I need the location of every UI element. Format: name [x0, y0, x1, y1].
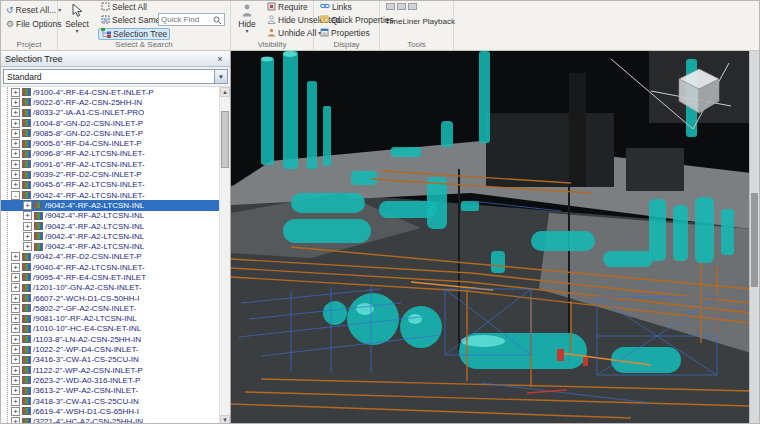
- expand-icon[interactable]: +: [11, 273, 20, 282]
- tree-item[interactable]: +/9042-4"-RF-A2-LTCSN-INL: [1, 241, 219, 251]
- expand-icon[interactable]: +: [11, 397, 20, 406]
- selection-tree-button[interactable]: Selection Tree: [98, 28, 170, 40]
- tree-item[interactable]: +/9042-4"-RF-A2-LTCSN-INL: [1, 221, 219, 231]
- tree-item[interactable]: +/9039-2"-RF-D2-CSN-INLET-P: [1, 169, 219, 179]
- timeliner-playback-controls[interactable]: [386, 3, 417, 10]
- tree-item[interactable]: +/1201-10"-GN-A2-CSN-INLET-: [1, 283, 219, 293]
- tree-item[interactable]: +/3416-3"-CW-A1-CS-25CU-IN: [1, 355, 219, 365]
- expand-icon[interactable]: +: [11, 376, 20, 385]
- expand-icon[interactable]: +: [11, 304, 20, 313]
- tree-item[interactable]: +/1004-8"-GN-D2-CSN-INLET-P: [1, 118, 219, 128]
- viewport-3d[interactable]: [231, 51, 759, 424]
- expand-icon[interactable]: +: [11, 139, 20, 148]
- require-button[interactable]: Require: [264, 1, 311, 13]
- links-button[interactable]: Links: [317, 1, 355, 13]
- tree-item[interactable]: +/9100-4"-RF-E4-CSN-ET-INLET-P: [1, 87, 219, 97]
- geometry-group-icon: [22, 253, 31, 261]
- tree-item[interactable]: -/9042-4"-RF-A2-LTCSN-INLET-: [1, 190, 219, 200]
- expand-icon[interactable]: +: [11, 119, 20, 128]
- tree-item[interactable]: +/9085-8"-GN-D2-CSN-INLET-P: [1, 128, 219, 138]
- hide-button[interactable]: Hide ▾: [233, 2, 261, 38]
- tree-item[interactable]: +/6607-2"-WCH-D1-CS-50HH-I: [1, 293, 219, 303]
- scrollbar-thumb[interactable]: [221, 111, 229, 168]
- tree-item[interactable]: +/6619-4"-WSH-D1-CS-65HH-I: [1, 406, 219, 416]
- expand-icon[interactable]: +: [11, 294, 20, 303]
- expand-icon[interactable]: +: [23, 232, 32, 241]
- expand-icon[interactable]: +: [11, 170, 20, 179]
- scroll-up-icon[interactable]: ▲: [220, 87, 230, 97]
- geometry-group-icon: [22, 171, 31, 179]
- expand-icon[interactable]: +: [11, 160, 20, 169]
- close-icon[interactable]: ×: [214, 54, 226, 64]
- expand-icon[interactable]: +: [11, 108, 20, 117]
- expand-icon[interactable]: +: [11, 355, 20, 364]
- tree-item[interactable]: +/9091-6"-RF-A2-LTCSN-INLET-: [1, 159, 219, 169]
- tree-item[interactable]: +/9040-4"-RF-A2-LTCSN-INLET-: [1, 262, 219, 272]
- expand-icon[interactable]: +: [11, 335, 20, 344]
- tree-item[interactable]: +/1022-2"-WP-D4-CSN-INLET-: [1, 344, 219, 354]
- scroll-down-icon[interactable]: ▼: [220, 415, 230, 424]
- select-all-button[interactable]: Select All: [98, 1, 150, 13]
- tree-mode-select[interactable]: Standard ▼: [3, 69, 228, 84]
- select-button[interactable]: Select ▾: [62, 2, 92, 38]
- geometry-group-icon: [22, 376, 31, 384]
- tree-item[interactable]: +/9042-4"-RF-A2-LTCSN-INL: [1, 200, 219, 210]
- tree-item[interactable]: +/9042-4"-RF-A2-LTCSN-INL: [1, 231, 219, 241]
- tree-item[interactable]: +/9045-6"-RF-A2-LTCSN-INLET-: [1, 180, 219, 190]
- tree-item-label: /9042-4"-RF-A2-LTCSN-INL: [45, 232, 144, 241]
- search-icon[interactable]: [213, 11, 222, 29]
- expand-icon[interactable]: +: [11, 386, 20, 395]
- file-options-button[interactable]: ⚙ File Options: [3, 18, 64, 30]
- tree-item[interactable]: +/9042-4"-RF-A2-LTCSN-INL: [1, 211, 219, 221]
- expand-icon[interactable]: +: [11, 314, 20, 323]
- quick-find-input[interactable]: [161, 15, 213, 24]
- tree-item[interactable]: +/1122-2"-WP-A2-CSN-INLET-P: [1, 365, 219, 375]
- expand-icon[interactable]: +: [11, 263, 20, 272]
- expand-icon[interactable]: +: [11, 366, 20, 375]
- tree-item[interactable]: +/9022-6"-RF-A2-CSN-25HH-IN: [1, 97, 219, 107]
- tree-item[interactable]: +/9096-8"-RF-A2-LTCSN-INLET-: [1, 149, 219, 159]
- panel-title-bar[interactable]: Selection Tree ×: [1, 51, 230, 67]
- tree-item[interactable]: +/8033-2"-IA-A1-CS-INLET-PRO: [1, 108, 219, 118]
- expand-icon[interactable]: +: [11, 129, 20, 138]
- expand-icon[interactable]: +: [11, 180, 20, 189]
- expand-icon[interactable]: +: [11, 149, 20, 158]
- geometry-group-icon: [22, 315, 31, 323]
- timeliner-playback-button[interactable]: TimeLiner Playback: [382, 15, 458, 27]
- expand-icon[interactable]: +: [23, 211, 32, 220]
- tree-item[interactable]: +/3418-3"-CW-A1-CS-25CU-IN: [1, 396, 219, 406]
- tree-item[interactable]: +/1010-10"-HC-E4-CSN-ET-INL: [1, 324, 219, 334]
- tree-item[interactable]: +/9005-6"-RF-D4-CSN-INLET-P: [1, 138, 219, 148]
- expand-icon[interactable]: +: [23, 201, 32, 210]
- properties-button[interactable]: Properties: [317, 27, 373, 39]
- tree-item[interactable]: +/9081-10"-RF-A2-LTCSN-INL: [1, 314, 219, 324]
- expand-icon[interactable]: +: [11, 283, 20, 292]
- plant-model-render[interactable]: [231, 51, 751, 424]
- tree-item[interactable]: +/3221-4"-HC-A2-CSN-25HH-IN: [1, 417, 219, 424]
- viewport-scrollbar[interactable]: [749, 51, 759, 424]
- tree-scrollbar[interactable]: ▲ ▼: [219, 87, 230, 424]
- expand-icon[interactable]: +: [11, 324, 20, 333]
- expand-icon[interactable]: +: [11, 345, 20, 354]
- scrollbar-thumb[interactable]: [751, 193, 758, 287]
- expand-icon[interactable]: +: [11, 98, 20, 107]
- tree-item[interactable]: +/1103-8"-LN-A2-CSN-25HH-IN: [1, 334, 219, 344]
- expand-icon[interactable]: +: [23, 242, 32, 251]
- geometry-group-icon: [34, 201, 43, 209]
- tree-item[interactable]: +/9042-4"-RF-D2-CSN-INLET-P: [1, 252, 219, 262]
- chevron-down-icon[interactable]: ▼: [214, 70, 227, 83]
- reset-all-button[interactable]: ↺ Reset All... ▾: [3, 4, 64, 16]
- expand-icon[interactable]: +: [23, 222, 32, 231]
- expand-icon[interactable]: +: [11, 252, 20, 261]
- tree-item[interactable]: +/5802-2"-GF-A2-CSN-INLET-: [1, 303, 219, 313]
- tree-list[interactable]: +/9100-4"-RF-E4-CSN-ET-INLET-P+/9022-6"-…: [1, 87, 219, 424]
- geometry-group-icon: [22, 160, 31, 168]
- collapse-icon[interactable]: -: [11, 191, 20, 200]
- expand-icon[interactable]: +: [11, 88, 20, 97]
- tree-item[interactable]: +/2623-2"-WD-A0-316-INLET-P: [1, 375, 219, 385]
- expand-icon[interactable]: +: [11, 417, 20, 424]
- tree-item[interactable]: +/3613-2"-WP-A2-CSN-INLET-: [1, 386, 219, 396]
- expand-icon[interactable]: +: [11, 407, 20, 416]
- tree-item[interactable]: +/9095-4"-RF-E4-CSN-ET-INLET: [1, 272, 219, 282]
- geometry-group-icon: [22, 119, 31, 127]
